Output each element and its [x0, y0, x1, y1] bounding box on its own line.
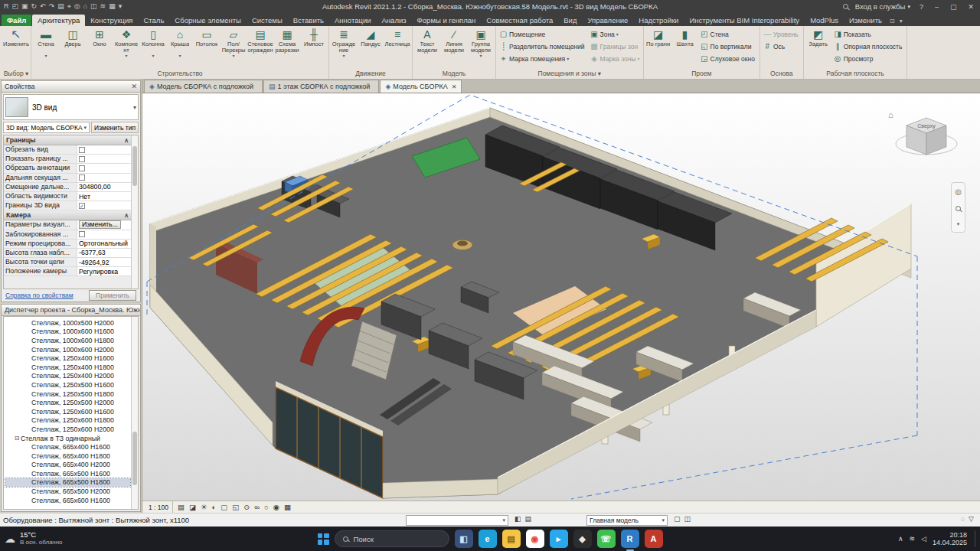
browser-tree-item[interactable]: Стеллаж, 1250х600 Н1600 [5, 407, 130, 416]
browser-tree-item[interactable]: Стеллаж, 1250х400 Н1600 [5, 354, 130, 363]
ribbon-tab[interactable]: Надстройки [633, 15, 684, 26]
ribbon-panel-caption[interactable]: Помещения и зоны ▾ [498, 69, 642, 79]
property-row[interactable]: Заблокированная ... [4, 230, 131, 240]
close-view-icon[interactable]: ✕ [452, 83, 457, 90]
save-icon[interactable]: ▣ [21, 1, 28, 12]
ribbon-tab[interactable]: Изменить [844, 15, 887, 26]
property-row[interactable]: Режим проецирова...Ортогональный [4, 240, 131, 249]
home-icon[interactable]: ⌂ [888, 110, 893, 119]
ribbon-button[interactable]: ▣Зона▾ [590, 28, 640, 40]
chevron-down-icon[interactable]: ▾ [957, 221, 960, 227]
ribbon-collapse-icon[interactable]: ▾ [897, 16, 905, 26]
workset-icon[interactable]: ▤ [525, 515, 532, 523]
property-group-header[interactable]: Камера∧ [4, 210, 131, 220]
browser-tree-item[interactable]: Стеллаж, 665х500 Н1600 [5, 469, 130, 478]
checkbox[interactable] [79, 156, 85, 162]
browser-tree-item[interactable]: Стеллаж, 1000х600 Н1800 [5, 336, 130, 345]
property-row[interactable]: Обрезать аннотации [4, 164, 131, 173]
ribbon-tab[interactable]: Управление [582, 15, 633, 26]
browser-tree-item[interactable]: Стеллаж, 665х400 Н2000 [5, 461, 130, 470]
property-row[interactable]: Высота глаза набл...-6377,63 [4, 249, 131, 258]
tree-expand-icon[interactable]: ⊟ [13, 435, 21, 442]
design-options-combo[interactable]: ▾ [406, 515, 508, 526]
visual-style-icon[interactable]: ◪ [189, 503, 196, 511]
search-icon[interactable] [843, 4, 848, 9]
chevron-down-icon[interactable]: ▾ [133, 104, 136, 111]
browser-tree-item[interactable]: Стеллаж, 665х600 Н1600 [5, 496, 130, 505]
ribbon-tab[interactable]: Сборные элементы [169, 15, 247, 26]
ribbon-button[interactable]: ⌂Крыша▾ [167, 27, 193, 69]
ribbon-button[interactable]: ◪По грани [645, 27, 671, 69]
taskbar-chrome-icon[interactable]: ◉ [526, 530, 544, 548]
show-desktop-button[interactable] [975, 530, 976, 547]
checkbox[interactable] [79, 165, 85, 171]
scrollbar[interactable] [131, 135, 138, 289]
scale-button[interactable]: 1 : 100 [145, 501, 173, 513]
ribbon-button[interactable]: ◩Задать [805, 27, 831, 69]
taskbar-explorer-icon[interactable]: ▤ [502, 530, 521, 548]
zoom-icon[interactable] [956, 206, 961, 211]
lock-3d-view-icon[interactable]: ⊙ [243, 503, 250, 511]
taskbar-telegram-icon[interactable]: ▸ [550, 530, 568, 548]
viewcube-top-face-label[interactable]: Сверху [917, 123, 936, 129]
reveal-hidden-icon[interactable]: ○ [264, 503, 269, 511]
browser-tree-item[interactable]: Стеллаж, 665х400 Н1600 [5, 442, 130, 452]
taskbar-search[interactable]: Поиск [335, 530, 449, 547]
property-row[interactable]: Положение камерыРегулировка [4, 267, 131, 276]
ribbon-tab[interactable]: Вставить [288, 15, 329, 26]
view-tab[interactable]: ◈Модель СБОРКА✕ [380, 80, 462, 93]
ribbon-button[interactable]: ▭Потолок [194, 27, 220, 69]
view-type-combo[interactable]: 3D вид: Модель СБОРКА▾ [3, 122, 90, 133]
collapse-icon[interactable]: ∧ [124, 212, 129, 219]
volume-icon[interactable]: ◁ [921, 535, 926, 543]
browser-tree-item[interactable]: Стеллаж, 1250х600 Н1800 [5, 416, 130, 425]
ribbon-button[interactable]: ▣Группа модели▾ [468, 27, 494, 69]
ribbon-tab[interactable]: Системы [247, 15, 288, 26]
browser-tree-item[interactable]: Стеллаж, 1250х500 Н1600 [5, 380, 130, 390]
collapse-icon[interactable]: ∧ [124, 137, 129, 144]
taskbar-edge-icon[interactable]: e [479, 530, 497, 548]
close-icon[interactable]: ✕ [131, 83, 137, 90]
steering-wheel-icon[interactable]: ◎ [955, 187, 962, 196]
checkbox[interactable] [79, 147, 85, 153]
browser-tree-item[interactable]: Стеллаж, 665х400 Н1800 [5, 452, 130, 461]
ribbon-button[interactable]: ▮Шахта [672, 27, 698, 69]
start-button[interactable] [318, 533, 329, 545]
ribbon-panel-state-icon[interactable]: ⊡ [887, 16, 897, 26]
app-button-icon[interactable]: R [4, 1, 9, 12]
exclusions-icon[interactable]: ◌ [961, 515, 965, 523]
property-row[interactable]: Область видимостиНет [4, 192, 131, 201]
browser-tree-item[interactable]: Стеллаж, 1000х600 Н1600 [5, 328, 130, 337]
clock[interactable]: 20:18 14.04.2025 [933, 531, 967, 547]
ribbon-panel-caption[interactable]: Выбор ▾ [3, 69, 29, 79]
ribbon-button[interactable]: ≣Ограждение▾ [331, 27, 357, 69]
ribbon-button[interactable]: AТекст модели [414, 27, 440, 69]
property-row[interactable]: Показать границу ... [4, 155, 131, 164]
browser-tree-item[interactable]: Стеллаж, 1000х600 Н2000 [5, 345, 130, 354]
browser-tree-item[interactable]: Стеллаж, 1000х500 Н2000 [5, 318, 130, 328]
checkbox[interactable] [79, 231, 85, 237]
maximize-button[interactable]: ▢ [948, 3, 959, 11]
open-icon[interactable]: ◰ [12, 1, 19, 12]
thin-lines-icon[interactable]: ≋ [100, 1, 106, 12]
sun-path-icon[interactable]: ☀ [201, 503, 207, 511]
ribbon-button[interactable]: ▤Стеновое ограждение [247, 27, 273, 69]
taskbar-revit-icon[interactable]: R [621, 530, 639, 548]
checkbox[interactable] [79, 203, 85, 209]
property-row[interactable]: Высота точки цели-49264,92 [4, 258, 131, 267]
apply-button[interactable]: Применить [89, 290, 136, 301]
edit-type-button[interactable]: Изменить тип [91, 122, 139, 133]
tray-chevron-icon[interactable]: ∧ [898, 535, 903, 543]
switch-windows-icon[interactable]: ▦ [109, 1, 116, 12]
worksharing-status-icon[interactable]: ◫ [684, 515, 691, 523]
ribbon-button[interactable]: ∥Опорная плоскость [834, 41, 904, 52]
default-3d-view-icon[interactable]: ⌂ [83, 1, 87, 12]
section-icon[interactable]: ◫ [90, 1, 97, 12]
ribbon-button[interactable]: ◎Просмотр [834, 53, 904, 64]
ribbon-button[interactable]: ┊Разделитель помещений [499, 41, 586, 52]
type-selector[interactable]: 3D вид ▾ [3, 94, 139, 120]
undo-icon[interactable]: ↶ [40, 1, 46, 12]
properties-help-link[interactable]: Справка по свойствам [5, 292, 74, 299]
ribbon-button[interactable]: ―Уровень [763, 28, 800, 40]
worksharing-display-icon[interactable]: ◉ [273, 503, 279, 511]
